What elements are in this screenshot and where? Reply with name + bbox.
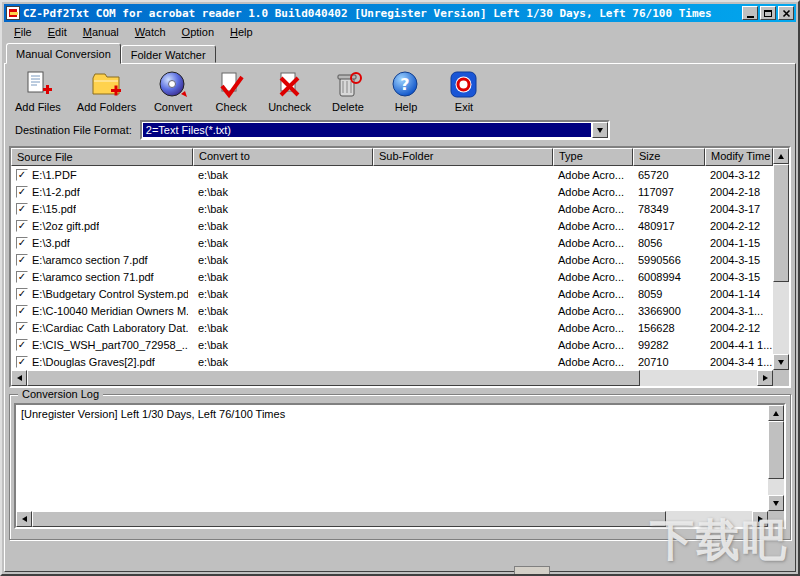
svg-text:?: ? (400, 75, 409, 94)
table-row[interactable]: ✓E:\C-10040 Meridian Owners M...e:\bakAd… (11, 302, 773, 319)
close-icon (782, 9, 791, 18)
table-vertical-scrollbar[interactable] (773, 148, 789, 370)
table-row[interactable]: ✓E:\3.pdfe:\bakAdobe Acro...80562004-1-1… (11, 234, 773, 251)
row-checkbox[interactable]: ✓ (16, 288, 28, 300)
cell-type: Adobe Acro... (553, 186, 633, 198)
cell-convert-to: e:\bak (193, 322, 373, 334)
table-row[interactable]: ✓E:\15.pdfe:\bakAdobe Acro...783492004-3… (11, 200, 773, 217)
cell-size: 156628 (633, 322, 705, 334)
header-modify-time[interactable]: Modify Time (705, 148, 773, 166)
row-checkbox[interactable]: ✓ (16, 271, 28, 283)
window-title: CZ-Pdf2Txt COM for acrobat reader 1.0 Bu… (23, 7, 739, 20)
menu-option[interactable]: Option (174, 23, 222, 41)
tab-strip: Manual Conversion Folder Watcher (4, 42, 796, 63)
header-sub-folder[interactable]: Sub-Folder (373, 148, 553, 166)
tab-folder-watcher[interactable]: Folder Watcher (121, 45, 216, 63)
check-button[interactable]: Check (210, 70, 252, 113)
close-button[interactable] (778, 6, 794, 20)
log-horizontal-scroll-thumb[interactable] (32, 511, 666, 527)
log-horizontal-scrollbar[interactable] (16, 511, 768, 527)
cell-source-file: ✓E:\CIS_WSH_part700_72958_... (11, 339, 193, 351)
table-row[interactable]: ✓E:\Douglas Graves[2].pdfe:\bakAdobe Acr… (11, 353, 773, 370)
row-checkbox[interactable]: ✓ (16, 254, 28, 266)
horizontal-scroll-thumb[interactable] (27, 370, 640, 386)
combo-dropdown-button[interactable] (592, 122, 608, 138)
row-checkbox[interactable]: ✓ (16, 339, 28, 351)
cell-size: 117097 (633, 186, 705, 198)
scroll-down-button[interactable] (773, 354, 789, 370)
row-checkbox[interactable]: ✓ (16, 356, 28, 368)
add-files-icon (22, 70, 54, 100)
minimize-button[interactable] (742, 6, 758, 20)
exit-button[interactable]: Exit (443, 70, 485, 113)
row-checkbox[interactable]: ✓ (16, 305, 28, 317)
vertical-scroll-thumb[interactable] (773, 164, 789, 282)
scroll-left-button[interactable] (11, 370, 27, 386)
cell-source-file: ✓E:\1-2.pdf (11, 186, 193, 198)
table-row[interactable]: ✓E:\Budgetary Control System.pdfe:\bakAd… (11, 285, 773, 302)
title-bar[interactable]: CZ-Pdf2Txt COM for acrobat reader 1.0 Bu… (4, 4, 796, 22)
uncheck-button[interactable]: Uncheck (268, 70, 311, 113)
scroll-up-button[interactable] (773, 148, 789, 164)
row-checkbox[interactable]: ✓ (16, 169, 28, 181)
cell-type: Adobe Acro... (553, 254, 633, 266)
table-row[interactable]: ✓E:\aramco section 71.pdfe:\bakAdobe Acr… (11, 268, 773, 285)
cell-modify-time: 2004-2-12 (705, 220, 773, 232)
table-row[interactable]: ✓E:\1-2.pdfe:\bakAdobe Acro...1170972004… (11, 183, 773, 200)
table-row[interactable]: ✓E:\1.PDFe:\bakAdobe Acro...657202004-3-… (11, 166, 773, 183)
table-row[interactable]: ✓E:\2oz gift.pdfe:\bakAdobe Acro...48091… (11, 217, 773, 234)
header-size[interactable]: Size (633, 148, 705, 166)
menu-manual[interactable]: Manual (75, 23, 127, 41)
destination-row: Destination File Format: 2=Text Files(*.… (5, 116, 795, 146)
header-convert-to[interactable]: Convert to (193, 148, 373, 166)
cell-type: Adobe Acro... (553, 169, 633, 181)
table-row[interactable]: ✓E:\Cardiac Cath Laboratory Dat...e:\bak… (11, 319, 773, 336)
delete-button[interactable]: Delete (327, 70, 369, 113)
arrow-down-icon (778, 360, 784, 365)
cell-convert-to: e:\bak (193, 237, 373, 249)
menu-help[interactable]: Help (222, 23, 261, 41)
cell-size: 480917 (633, 220, 705, 232)
cell-convert-to: e:\bak (193, 356, 373, 368)
uncheck-icon (274, 70, 306, 100)
menu-bar: File Edit Manual Watch Option Help (4, 22, 796, 42)
scroll-right-button[interactable] (757, 370, 773, 386)
convert-icon (157, 70, 189, 100)
log-scroll-up-button[interactable] (768, 405, 784, 421)
log-vertical-scrollbar[interactable] (768, 405, 784, 511)
destination-format-select[interactable]: 2=Text Files(*.txt) (140, 120, 610, 140)
header-type[interactable]: Type (553, 148, 633, 166)
app-window: CZ-Pdf2Txt COM for acrobat reader 1.0 Bu… (0, 0, 800, 576)
log-scroll-left-button[interactable] (16, 511, 32, 527)
row-checkbox[interactable]: ✓ (16, 237, 28, 249)
help-button[interactable]: ? Help (385, 70, 427, 113)
cell-convert-to: e:\bak (193, 169, 373, 181)
row-checkbox[interactable]: ✓ (16, 203, 28, 215)
maximize-button[interactable] (760, 6, 776, 20)
cell-source-file: ✓E:\Cardiac Cath Laboratory Dat... (11, 322, 193, 334)
log-scroll-right-button[interactable] (752, 511, 768, 527)
menu-watch[interactable]: Watch (127, 23, 174, 41)
table-horizontal-scrollbar[interactable] (11, 370, 773, 386)
row-checkbox[interactable]: ✓ (16, 322, 28, 334)
tab-manual-conversion[interactable]: Manual Conversion (6, 43, 121, 64)
row-checkbox[interactable]: ✓ (16, 220, 28, 232)
cell-modify-time: 2004-3-1... (705, 305, 773, 317)
conversion-log[interactable]: [Unregister Version] Left 1/30 Days, Lef… (14, 403, 786, 529)
cell-convert-to: e:\bak (193, 186, 373, 198)
menu-file[interactable]: File (6, 23, 40, 41)
table-row[interactable]: ✓E:\CIS_WSH_part700_72958_...e:\bakAdobe… (11, 336, 773, 353)
help-icon: ? (390, 70, 422, 100)
log-vertical-scroll-thumb[interactable] (768, 421, 784, 479)
table-row[interactable]: ✓E:\aramco section 7.pdfe:\bakAdobe Acro… (11, 251, 773, 268)
manual-conversion-panel: Add Files Add Folders (4, 63, 796, 572)
add-folders-button[interactable]: Add Folders (77, 70, 136, 113)
menu-edit[interactable]: Edit (40, 23, 75, 41)
cell-size: 99282 (633, 339, 705, 351)
log-scroll-down-button[interactable] (768, 495, 784, 511)
cell-type: Adobe Acro... (553, 271, 633, 283)
convert-button[interactable]: Convert (152, 70, 194, 113)
row-checkbox[interactable]: ✓ (16, 186, 28, 198)
add-files-button[interactable]: Add Files (15, 70, 61, 113)
header-source-file[interactable]: Source File (11, 148, 193, 166)
